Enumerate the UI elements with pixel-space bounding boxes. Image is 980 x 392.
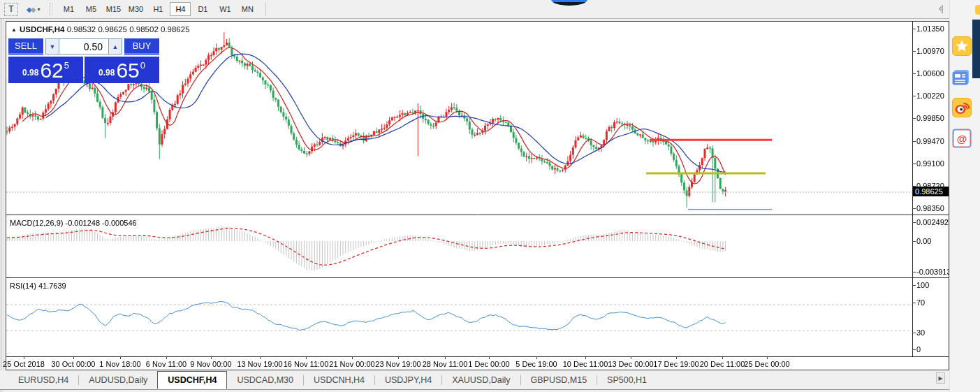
chart-title: ▲USDCHF,H4 0.98532 0.98625 0.98502 0.986…: [11, 25, 190, 34]
timeframe-button-m1[interactable]: M1: [58, 2, 79, 16]
toolbar-separator: [265, 2, 266, 16]
chart-tab-eurusd-h4[interactable]: EURUSD,H4: [8, 370, 78, 389]
chart-ohlc-values: 0.98532 0.98625 0.98502 0.98625: [67, 25, 190, 34]
chart-tab-usdjpy-h4[interactable]: USDJPY,H4: [375, 370, 441, 389]
sell-button[interactable]: SELL: [8, 38, 43, 55]
text-tool-icon[interactable]: T: [4, 3, 18, 16]
buy-price-sup: 0: [140, 60, 145, 71]
chevron-down-icon: ▾: [37, 6, 40, 13]
window-edge-outer: [1, 0, 1, 392]
sell-price-big: 62: [40, 61, 63, 80]
price-axis-label: 1.00970: [916, 47, 944, 55]
rsi-axis-label: 70: [916, 298, 925, 307]
weibo-icon[interactable]: [952, 98, 972, 117]
sell-price-box[interactable]: 0.98 62 5: [8, 57, 83, 83]
chart-tab-usdcad-m30[interactable]: USDCAD,M30: [227, 370, 303, 389]
rsi-axis-label: 100: [916, 281, 929, 289]
chart-tab-audusd-daily[interactable]: AUDUSD,Daily: [79, 370, 157, 389]
svg-text:@: @: [957, 133, 967, 145]
macd-label: MACD(12,26,9) -0.001248 -0.000546: [10, 219, 137, 227]
price-axis-label: 1.00220: [916, 92, 944, 100]
favorites-star-icon[interactable]: [952, 36, 972, 56]
news-feed-icon[interactable]: [952, 67, 972, 87]
toolbar-grip[interactable]: [50, 3, 53, 15]
timeframe-button-h4[interactable]: H4: [170, 2, 191, 16]
chart-tab-gbpusd-m15[interactable]: GBPUSD,M15: [521, 370, 597, 389]
browser-edge-strip: [972, 20, 980, 78]
timeframe-button-d1[interactable]: D1: [192, 2, 213, 16]
sell-price-sup: 5: [64, 60, 69, 71]
rsi-axis-label: 0: [916, 345, 921, 354]
mail-at-icon[interactable]: @: [952, 129, 972, 148]
volume-increase-button[interactable]: ▲: [108, 38, 122, 55]
price-axis-label: 1.01350: [916, 24, 944, 33]
sidebar-collapse-button[interactable]: ‹|: [939, 3, 943, 13]
chart-tab-usdchf-h4[interactable]: USDCHF,H4: [157, 371, 227, 389]
timeframe-button-w1[interactable]: W1: [214, 2, 235, 16]
timeframe-button-m30[interactable]: M30: [125, 2, 146, 16]
time-axis-label: 25 Dec 00:00: [733, 360, 800, 368]
rsi-label: RSI(14) 41.7639: [10, 282, 66, 290]
price-axis-label: 0.99850: [916, 114, 944, 122]
chart-tab-xauusd-daily[interactable]: XAUUSD,Daily: [442, 370, 520, 389]
price-axis-label: 0.99100: [916, 159, 944, 168]
sell-price-prefix: 0.98: [22, 68, 38, 78]
timeframe-button-group: M1M5M15M30H1H4D1W1MN: [57, 2, 258, 16]
timeframe-button-m5[interactable]: M5: [80, 2, 101, 16]
buy-button[interactable]: BUY: [124, 38, 159, 55]
window-edge-inner: [3, 0, 4, 392]
price-axis-label: 1.00600: [916, 69, 944, 78]
rsi-axis-label: 30: [916, 328, 925, 337]
chart-tab-bar: EURUSD,H4AUDUSD,DailyUSDCHF,H4USDCAD,M30…: [0, 370, 949, 390]
chart-tab-usdcnh-h4[interactable]: USDCNH,H4: [304, 370, 374, 389]
one-click-trading-panel: SELL ▼ ▲ BUY 0.98 62 5 0.98 65 0: [8, 38, 159, 83]
volume-input[interactable]: [59, 38, 108, 55]
timeframe-button-mn[interactable]: MN: [237, 2, 258, 16]
current-price-tag: 0.98625: [913, 187, 949, 196]
collapse-triangle-icon[interactable]: ▲: [11, 27, 17, 33]
buy-price-box[interactable]: 0.98 65 0: [85, 57, 159, 83]
buy-price-big: 65: [116, 61, 139, 80]
volume-decrease-button[interactable]: ▼: [45, 38, 59, 55]
timeframe-button-m15[interactable]: M15: [103, 2, 124, 16]
chart-symbol: USDCHF,H4: [20, 25, 65, 34]
buy-price-prefix: 0.98: [98, 68, 115, 78]
price-axis-label: 0.99470: [916, 137, 944, 145]
price-axis-label: 0.98350: [916, 204, 944, 212]
macd-axis-label: 0.002492: [916, 218, 949, 226]
objects-icon: ◆◆: [27, 6, 34, 13]
timeframe-button-h1[interactable]: H1: [147, 2, 168, 16]
objects-tool-button[interactable]: ◆◆ ▾: [24, 2, 43, 16]
edge-peek-icon[interactable]: [975, 5, 980, 15]
macd-axis-label: 0.00: [916, 237, 931, 245]
top-toolbar: T ◆◆ ▾ M1M5M15M30H1H4D1W1MN: [0, 0, 949, 19]
tab-scroll-right-button[interactable]: ▶: [936, 372, 945, 384]
macd-axis-label: -0.003913: [916, 268, 951, 276]
chart-tab-sp500-h1[interactable]: SP500,H1: [597, 370, 657, 389]
